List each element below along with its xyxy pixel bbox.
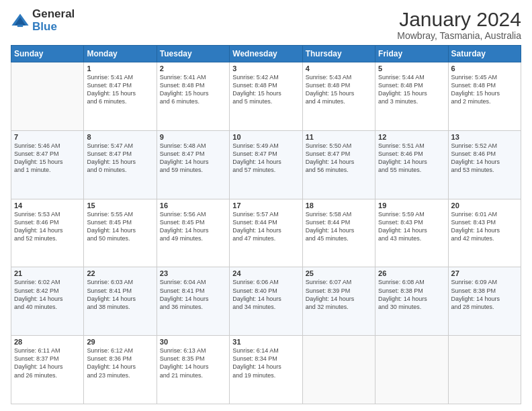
calendar-cell: 13Sunrise: 5:52 AM Sunset: 8:46 PM Dayli… [448, 130, 521, 199]
calendar-cell: 22Sunrise: 6:03 AM Sunset: 8:41 PM Dayli… [84, 267, 157, 336]
day-info: Sunrise: 6:11 AM Sunset: 8:37 PM Dayligh… [14, 347, 81, 379]
calendar-cell: 5Sunrise: 5:44 AM Sunset: 8:48 PM Daylig… [375, 62, 448, 131]
calendar-cell: 12Sunrise: 5:51 AM Sunset: 8:46 PM Dayli… [375, 130, 448, 199]
calendar-table: Sunday Monday Tuesday Wednesday Thursday… [11, 45, 521, 404]
day-info: Sunrise: 5:52 AM Sunset: 8:46 PM Dayligh… [451, 142, 518, 175]
day-info: Sunrise: 6:01 AM Sunset: 8:43 PM Dayligh… [451, 210, 518, 243]
day-info: Sunrise: 6:04 AM Sunset: 8:41 PM Dayligh… [160, 278, 226, 311]
day-number: 27 [451, 269, 518, 277]
calendar-cell: 3Sunrise: 5:42 AM Sunset: 8:48 PM Daylig… [230, 62, 302, 131]
day-info: Sunrise: 6:09 AM Sunset: 8:38 PM Dayligh… [451, 278, 518, 311]
logo-icon [11, 11, 30, 30]
day-info: Sunrise: 6:08 AM Sunset: 8:38 PM Dayligh… [378, 278, 445, 311]
day-info: Sunrise: 6:06 AM Sunset: 8:40 PM Dayligh… [232, 278, 299, 311]
day-info: Sunrise: 5:41 AM Sunset: 8:48 PM Dayligh… [160, 73, 226, 106]
day-number: 12 [378, 133, 445, 141]
calendar-cell: 20Sunrise: 6:01 AM Sunset: 8:43 PM Dayli… [448, 199, 521, 267]
day-number: 16 [160, 201, 226, 210]
day-number: 17 [232, 201, 299, 210]
day-number: 3 [232, 64, 299, 73]
day-info: Sunrise: 5:55 AM Sunset: 8:45 PM Dayligh… [87, 210, 153, 243]
calendar-cell: 16Sunrise: 5:56 AM Sunset: 8:45 PM Dayli… [157, 199, 229, 267]
day-number: 9 [160, 133, 226, 141]
day-number: 22 [87, 269, 153, 277]
calendar-cell: 17Sunrise: 5:57 AM Sunset: 8:44 PM Dayli… [230, 199, 302, 267]
calendar-week-row: 1Sunrise: 5:41 AM Sunset: 8:47 PM Daylig… [11, 62, 521, 131]
calendar-cell: 23Sunrise: 6:04 AM Sunset: 8:41 PM Dayli… [157, 267, 229, 336]
day-info: Sunrise: 5:48 AM Sunset: 8:47 PM Dayligh… [160, 142, 226, 175]
logo-blue: Blue [32, 21, 75, 34]
main-title: January 2024 [397, 8, 521, 30]
day-number: 25 [306, 269, 372, 277]
calendar-cell: 25Sunrise: 6:07 AM Sunset: 8:39 PM Dayli… [302, 267, 375, 336]
calendar-week-row: 7Sunrise: 5:46 AM Sunset: 8:47 PM Daylig… [11, 130, 521, 199]
col-friday: Friday [375, 46, 448, 62]
day-number: 14 [14, 201, 81, 210]
calendar-cell: 24Sunrise: 6:06 AM Sunset: 8:40 PM Dayli… [230, 267, 302, 336]
calendar-week-row: 28Sunrise: 6:11 AM Sunset: 8:37 PM Dayli… [11, 336, 521, 404]
day-info: Sunrise: 5:50 AM Sunset: 8:47 PM Dayligh… [306, 142, 372, 175]
calendar-cell: 7Sunrise: 5:46 AM Sunset: 8:47 PM Daylig… [11, 130, 84, 199]
calendar-cell: 27Sunrise: 6:09 AM Sunset: 8:38 PM Dayli… [448, 267, 521, 336]
day-number: 13 [451, 133, 518, 141]
day-number: 5 [378, 64, 445, 73]
day-number: 18 [306, 201, 372, 210]
calendar-cell: 6Sunrise: 5:45 AM Sunset: 8:48 PM Daylig… [448, 62, 521, 131]
day-info: Sunrise: 6:14 AM Sunset: 8:34 PM Dayligh… [232, 347, 299, 379]
day-number: 15 [87, 201, 153, 210]
day-number: 7 [14, 133, 81, 141]
calendar-cell: 9Sunrise: 5:48 AM Sunset: 8:47 PM Daylig… [157, 130, 229, 199]
day-number: 20 [451, 201, 518, 210]
calendar-cell [448, 336, 521, 404]
col-monday: Monday [84, 46, 157, 62]
calendar-cell: 30Sunrise: 6:13 AM Sunset: 8:35 PM Dayli… [157, 336, 229, 404]
day-number: 29 [87, 338, 153, 346]
header: General Blue January 2024 Mowbray, Tasma… [11, 8, 521, 41]
calendar-cell: 2Sunrise: 5:41 AM Sunset: 8:48 PM Daylig… [157, 62, 229, 131]
day-number: 30 [160, 338, 226, 346]
calendar-week-row: 21Sunrise: 6:02 AM Sunset: 8:42 PM Dayli… [11, 267, 521, 336]
day-info: Sunrise: 5:47 AM Sunset: 8:47 PM Dayligh… [87, 142, 153, 175]
calendar-week-row: 14Sunrise: 5:53 AM Sunset: 8:46 PM Dayli… [11, 199, 521, 267]
calendar-cell: 18Sunrise: 5:58 AM Sunset: 8:44 PM Dayli… [302, 199, 375, 267]
day-number: 2 [160, 64, 226, 73]
day-number: 8 [87, 133, 153, 141]
day-info: Sunrise: 5:44 AM Sunset: 8:48 PM Dayligh… [378, 73, 445, 106]
day-info: Sunrise: 5:49 AM Sunset: 8:47 PM Dayligh… [232, 142, 299, 175]
day-info: Sunrise: 6:02 AM Sunset: 8:42 PM Dayligh… [14, 278, 81, 311]
day-number: 31 [232, 338, 299, 346]
calendar-cell: 8Sunrise: 5:47 AM Sunset: 8:47 PM Daylig… [84, 130, 157, 199]
day-number: 10 [232, 133, 299, 141]
calendar-cell: 28Sunrise: 6:11 AM Sunset: 8:37 PM Dayli… [11, 336, 84, 404]
col-thursday: Thursday [302, 46, 375, 62]
calendar-cell: 1Sunrise: 5:41 AM Sunset: 8:47 PM Daylig… [84, 62, 157, 131]
calendar-cell [375, 336, 448, 404]
page: General Blue January 2024 Mowbray, Tasma… [0, 0, 532, 411]
day-info: Sunrise: 5:41 AM Sunset: 8:47 PM Dayligh… [87, 73, 153, 106]
col-tuesday: Tuesday [157, 46, 229, 62]
logo-general: General [32, 8, 75, 21]
day-info: Sunrise: 5:58 AM Sunset: 8:44 PM Dayligh… [306, 210, 372, 243]
day-info: Sunrise: 5:45 AM Sunset: 8:48 PM Dayligh… [451, 73, 518, 106]
day-info: Sunrise: 5:43 AM Sunset: 8:48 PM Dayligh… [306, 73, 372, 106]
calendar-cell: 4Sunrise: 5:43 AM Sunset: 8:48 PM Daylig… [302, 62, 375, 131]
day-info: Sunrise: 5:56 AM Sunset: 8:45 PM Dayligh… [160, 210, 226, 243]
day-info: Sunrise: 6:03 AM Sunset: 8:41 PM Dayligh… [87, 278, 153, 311]
day-number: 19 [378, 201, 445, 210]
calendar-cell: 29Sunrise: 6:12 AM Sunset: 8:36 PM Dayli… [84, 336, 157, 404]
day-info: Sunrise: 5:51 AM Sunset: 8:46 PM Dayligh… [378, 142, 445, 175]
day-info: Sunrise: 5:46 AM Sunset: 8:47 PM Dayligh… [14, 142, 81, 175]
calendar-cell: 15Sunrise: 5:55 AM Sunset: 8:45 PM Dayli… [84, 199, 157, 267]
day-number: 28 [14, 338, 81, 346]
logo: General Blue [11, 8, 75, 33]
day-number: 6 [451, 64, 518, 73]
day-info: Sunrise: 6:07 AM Sunset: 8:39 PM Dayligh… [306, 278, 372, 311]
day-info: Sunrise: 5:57 AM Sunset: 8:44 PM Dayligh… [232, 210, 299, 243]
calendar-cell [11, 62, 84, 131]
day-info: Sunrise: 5:42 AM Sunset: 8:48 PM Dayligh… [232, 73, 299, 106]
calendar-cell [302, 336, 375, 404]
day-info: Sunrise: 6:12 AM Sunset: 8:36 PM Dayligh… [87, 347, 153, 379]
calendar-cell: 14Sunrise: 5:53 AM Sunset: 8:46 PM Dayli… [11, 199, 84, 267]
day-number: 26 [378, 269, 445, 277]
svg-rect-2 [17, 24, 23, 27]
